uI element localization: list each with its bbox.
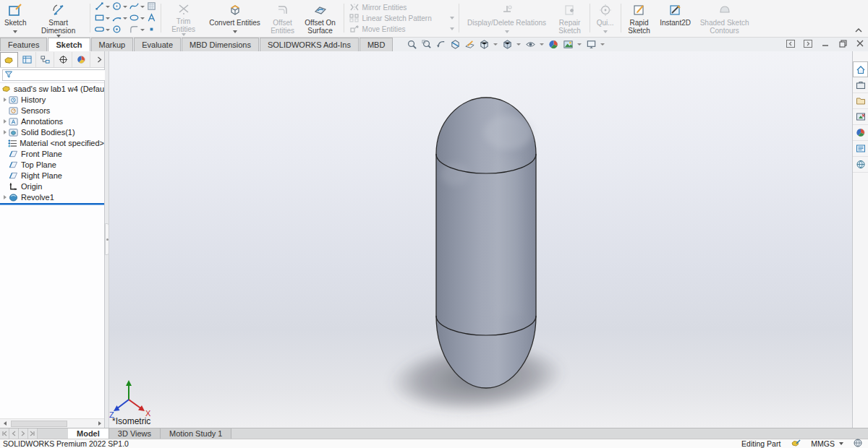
ellipse-tool-icon[interactable] xyxy=(129,12,140,25)
apply-scene-caret[interactable] xyxy=(577,43,582,46)
tab-scroll-next-button[interactable] xyxy=(19,428,28,439)
move-entities-caret[interactable] xyxy=(450,27,454,30)
tab-scroll-last-button[interactable] xyxy=(28,428,38,439)
hide-show-items-caret[interactable] xyxy=(540,43,544,46)
appearances-scenes-tab[interactable] xyxy=(853,125,868,141)
tab-features[interactable]: Features xyxy=(0,38,47,51)
tree-item-sensors[interactable]: Sensors xyxy=(0,105,104,116)
capsule-model[interactable] xyxy=(436,98,536,388)
hide-show-items-button[interactable] xyxy=(524,38,537,51)
tab-sketch[interactable]: Sketch xyxy=(48,38,90,51)
tab-markup[interactable]: Markup xyxy=(91,38,134,51)
circle-tool-icon[interactable] xyxy=(111,1,122,13)
minimize-button[interactable] xyxy=(820,38,830,48)
rollback-bar[interactable] xyxy=(0,203,104,205)
arc-tool-icon[interactable] xyxy=(111,12,122,25)
previous-view-button[interactable] xyxy=(434,38,447,51)
tab-evaluate[interactable]: Evaluate xyxy=(134,38,181,51)
repair-sketch-button[interactable]: Repair Sketch xyxy=(553,1,587,35)
point-small-tool-icon[interactable] xyxy=(146,24,157,36)
view-orientation-caret[interactable] xyxy=(493,43,498,46)
zoom-to-fit-button[interactable] xyxy=(405,38,418,51)
tree-item-origin[interactable]: Origin xyxy=(0,181,104,191)
trim-entities-button[interactable]: Trim Entities xyxy=(163,1,204,35)
display-delete-relations-caret[interactable] xyxy=(505,30,509,33)
tree-horizontal-scrollbar[interactable] xyxy=(0,418,104,428)
tab-model[interactable]: Model xyxy=(68,428,109,439)
expand-arrow-icon[interactable] xyxy=(1,119,8,124)
tab-mbd-dimensions[interactable]: MBD Dimensions xyxy=(182,38,259,51)
slot-tool-icon[interactable] xyxy=(94,24,105,36)
window-prev-button[interactable] xyxy=(786,38,796,48)
offset-entities-button[interactable]: Offset Entities xyxy=(266,1,299,35)
shaded-sketch-contours-button[interactable]: Shaded Sketch Contours xyxy=(696,1,754,35)
tree-item-front-plane[interactable]: Front Plane xyxy=(0,148,104,159)
graphics-viewport[interactable]: X Z *Isometric xyxy=(109,51,852,428)
view-orientation-button[interactable] xyxy=(477,38,490,51)
tab-motion-study-1[interactable]: Motion Study 1 xyxy=(161,428,231,439)
view-settings-caret[interactable] xyxy=(600,43,605,46)
display-delete-relations-button[interactable]: Display/Delete Relations xyxy=(461,1,553,35)
circle-tool-caret[interactable] xyxy=(123,6,127,8)
text-tool-icon[interactable] xyxy=(146,12,157,25)
window-next-button[interactable] xyxy=(803,38,813,48)
tree-item-right-plane[interactable]: Right Plane xyxy=(0,170,104,181)
rapid-sketch-button[interactable]: Rapid Sketch xyxy=(624,1,655,35)
convert-entities-caret[interactable] xyxy=(233,30,237,33)
trim-entities-caret[interactable] xyxy=(182,33,186,36)
3d-drawing-view-button[interactable] xyxy=(463,38,476,51)
tree-filter-input[interactable] xyxy=(13,72,109,79)
design-library-tab[interactable] xyxy=(853,93,868,109)
apply-scene-button[interactable] xyxy=(561,38,574,51)
tab-mbd[interactable]: MBD xyxy=(359,38,393,51)
scrollbar-thumb[interactable] xyxy=(11,421,67,427)
linear-pattern-caret[interactable] xyxy=(450,17,454,20)
tab-scroll-prev-button[interactable] xyxy=(9,428,19,439)
close-icon[interactable] xyxy=(855,38,865,48)
status-globe-icon[interactable] xyxy=(854,439,862,448)
propertymanager-tab[interactable] xyxy=(18,52,36,67)
ellipse-tool-caret[interactable] xyxy=(140,17,145,20)
mirror-entities-button[interactable]: Mirror Entities xyxy=(349,2,454,13)
tab-solidworks-addins[interactable]: SOLIDWORKS Add-Ins xyxy=(260,38,359,51)
displaymanager-tab[interactable] xyxy=(72,52,90,67)
units-selector[interactable]: MMGS xyxy=(811,439,843,448)
sketch-button[interactable]: Sketch xyxy=(1,1,30,35)
scroll-right-icon[interactable] xyxy=(95,419,104,428)
arc-tool-caret[interactable] xyxy=(123,17,127,20)
ribbon-collapse-icon[interactable] xyxy=(855,25,862,34)
tab-3d-views[interactable]: 3D Views xyxy=(109,428,161,439)
rectangle-tool-caret[interactable] xyxy=(106,17,110,20)
configurationmanager-tab[interactable] xyxy=(36,52,54,67)
scroll-left-icon[interactable] xyxy=(0,419,9,428)
zoom-to-area-button[interactable] xyxy=(420,38,433,51)
tree-item-material[interactable]: Material <not specified> xyxy=(0,137,104,148)
sketch-plane-tool-icon[interactable] xyxy=(146,1,157,13)
sketch-dropdown-caret[interactable] xyxy=(13,30,17,33)
rectangle-tool-icon[interactable] xyxy=(94,12,105,25)
quick-snaps-caret[interactable] xyxy=(603,30,608,33)
tree-item-solid-bodies[interactable]: Solid Bodies(1) xyxy=(0,126,104,137)
tree-item-revolve1[interactable]: Revolve1 xyxy=(0,191,104,202)
custom-properties-tab[interactable] xyxy=(853,141,868,157)
restore-button[interactable] xyxy=(838,38,848,48)
tree-tabs-overflow-button[interactable] xyxy=(94,52,104,67)
line-tool-caret[interactable] xyxy=(106,6,110,8)
dimxpertmanager-tab[interactable] xyxy=(54,52,72,67)
view-settings-button[interactable] xyxy=(584,38,597,51)
instant2d-button[interactable]: Instant2D xyxy=(655,1,696,35)
display-style-button[interactable] xyxy=(501,38,514,51)
home-tab[interactable] xyxy=(853,61,868,77)
fillet-tool-icon[interactable] xyxy=(129,24,140,36)
tree-item-top-plane[interactable]: Top Plane xyxy=(0,159,104,170)
line-tool-icon[interactable] xyxy=(94,1,105,13)
slot-tool-caret[interactable] xyxy=(106,29,110,31)
tree-root-item[interactable]: saad's sw lab1 w4 (Default) << xyxy=(0,83,104,94)
spline-tool-icon[interactable] xyxy=(129,1,140,13)
tree-item-history[interactable]: History xyxy=(0,94,104,105)
edit-appearance-button[interactable] xyxy=(547,38,560,51)
point-tool-icon[interactable] xyxy=(111,24,122,36)
solidworks-resources-tab[interactable] xyxy=(853,77,868,93)
convert-entities-button[interactable]: Convert Entities xyxy=(204,1,266,35)
featuremanager-tab[interactable] xyxy=(0,52,18,67)
